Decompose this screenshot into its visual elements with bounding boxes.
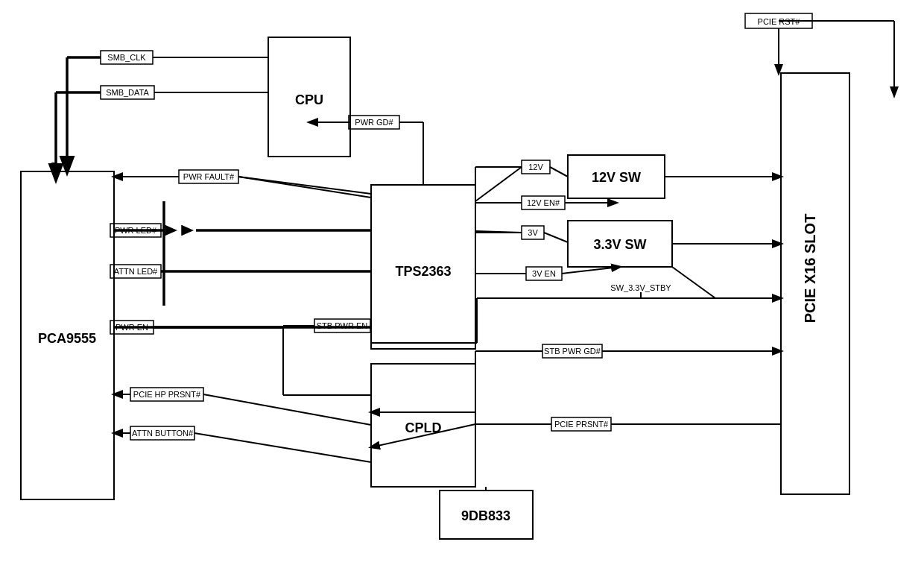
- sw33v-to-stby-line: [672, 267, 715, 298]
- pcie-hp-prsnt-right: [203, 394, 371, 425]
- smb-data-label: SMB_DATA: [106, 88, 149, 97]
- attn-button-label: ATTN BUTTON#: [132, 429, 194, 438]
- 3v-en-label: 3V EN: [532, 269, 556, 278]
- pcie-hp-prsnt-label: PCIE HP PRSNT#: [133, 390, 201, 399]
- 3v-to-sw: [544, 233, 568, 242]
- smb-clk-label: SMB_CLK: [107, 53, 146, 62]
- 3v-label: 3V: [528, 228, 538, 237]
- diode2: [182, 225, 194, 236]
- block-diagram: CPU PCA9555 TPS2363 CPLD 12V SW 3.3V SW …: [0, 0, 924, 574]
- pcie-prsnt-label: PCIE PRSNT#: [554, 420, 609, 429]
- cpu-label: CPU: [295, 92, 323, 107]
- sw-33v-stby-label: SW_3.3V_STBY: [610, 283, 671, 292]
- pwr-fault-right2: [238, 177, 371, 194]
- pcie-slot-label: PCIE X16 SLOT: [802, 214, 818, 324]
- 12v-to-sw: [550, 167, 568, 177]
- 3v-en-to-sw: [562, 267, 620, 274]
- pca9555-label: PCA9555: [38, 331, 96, 346]
- stb-pwr-gd-label: STB PWR GD#: [544, 347, 601, 356]
- tps-to-12v: [475, 167, 522, 201]
- 12v-label: 12V: [528, 163, 543, 171]
- tps2363-label: TPS2363: [395, 264, 451, 279]
- db9833-label: 9DB833: [461, 508, 510, 523]
- sw33v-label: 3.3V SW: [593, 237, 646, 252]
- attn-led-label: ATTN LED#: [114, 267, 158, 276]
- diode1: [165, 225, 177, 236]
- 12v-en-label: 12V EN#: [527, 198, 560, 207]
- pwr-fault-label: PWR FAULT#: [183, 172, 235, 181]
- pwr-gd-label: PWR GD#: [355, 118, 393, 127]
- attn-button-right: [194, 433, 371, 462]
- stb-pwr-en-label: STB PWR EN: [317, 321, 368, 330]
- sw12v-label: 12V SW: [592, 170, 641, 185]
